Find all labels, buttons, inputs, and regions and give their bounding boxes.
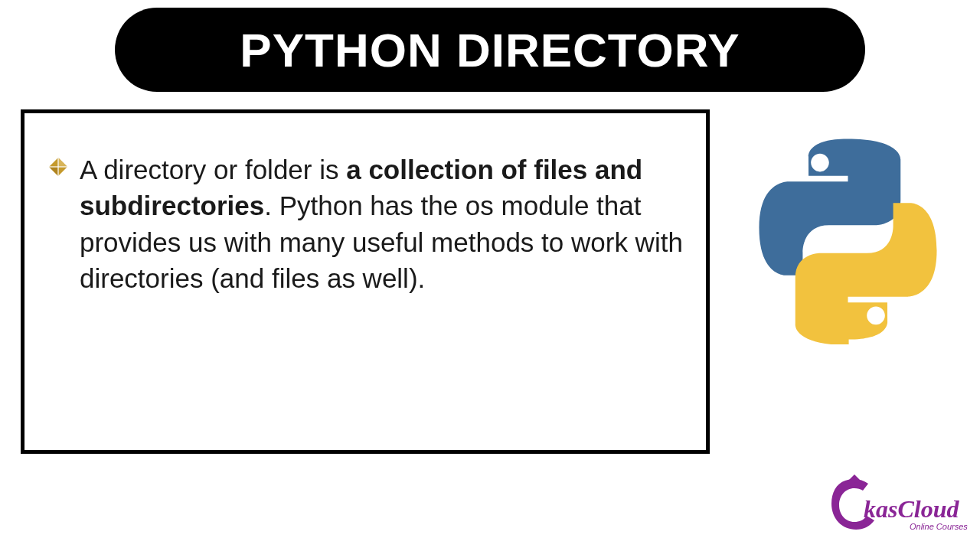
body-lead: A directory or folder is (80, 155, 346, 184)
svg-marker-2 (49, 167, 58, 176)
body-text: A directory or folder is a collection of… (80, 152, 683, 296)
bullet-item: A directory or folder is a collection of… (47, 152, 683, 296)
ekascloud-logo: kasCloud Online Courses (827, 474, 972, 543)
content-box: A directory or folder is a collection of… (21, 109, 710, 454)
title-band: PYTHON DIRECTORY (115, 8, 865, 92)
logo-sub: Online Courses (910, 522, 968, 531)
diamond-bullet-icon (47, 156, 69, 181)
svg-marker-1 (58, 158, 67, 167)
logo-name: kasCloud (864, 495, 959, 523)
python-logo-icon (743, 134, 953, 344)
page-title: PYTHON DIRECTORY (240, 23, 740, 77)
